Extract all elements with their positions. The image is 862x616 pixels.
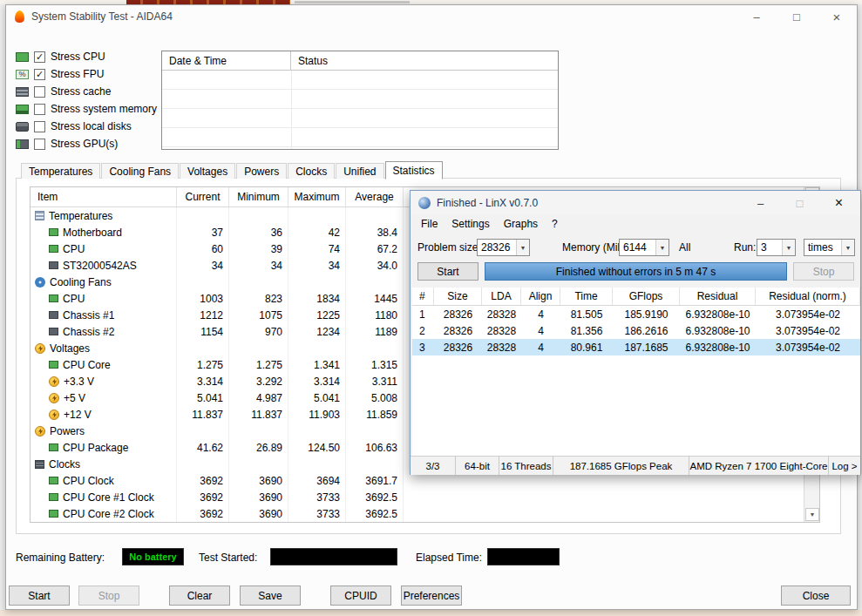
stress-gpu-checkbox[interactable] [34,139,45,150]
test-started-label: Test Started: [199,552,257,564]
voltage-icon [49,376,59,387]
col-date-time[interactable]: Date & Time [162,51,291,70]
cell: 81.505 [560,306,613,322]
tab-voltages[interactable]: Voltages [180,163,235,179]
cell: 4.987 [229,389,288,406]
stress-memory-checkbox[interactable] [34,104,45,115]
cell [346,423,404,439]
tab-powers[interactable]: Powers [236,163,287,179]
col-align[interactable]: Align [521,288,560,305]
col-index[interactable]: # [412,288,434,305]
tab-cooling-fans[interactable]: Cooling Fans [101,163,179,179]
cell: 74 [288,240,346,257]
stress-cpu-label: Stress CPU [51,51,105,63]
chip-icon [49,443,58,451]
status-gflops-peak: 187.1685 GFlops Peak [553,457,689,475]
col-minimum[interactable]: Minimum [229,187,288,206]
status-threads: 16 Threads [499,457,553,475]
chip-icon [49,510,58,518]
stress-options: ✓ Stress CPU % ✓ Stress FPU Stress cache… [16,48,157,152]
chip-icon [49,245,58,253]
tab-statistics[interactable]: Statistics [385,161,443,179]
chevron-down-icon: ▼ [516,240,529,255]
cell: 6.932808e-10 [680,322,756,339]
close-dialog-button[interactable]: Close [781,586,851,606]
linx-minimize-button[interactable]: – [741,191,780,215]
clear-button[interactable]: Clear [169,586,230,606]
col-item[interactable]: Item [31,187,177,206]
col-time[interactable]: Time [560,288,613,305]
cell: 34.0 [346,257,404,274]
col-current[interactable]: Current [177,187,229,206]
problem-size-select[interactable]: 28326 ▼ [477,239,530,256]
cell: 1234 [288,323,346,340]
cell: 11.837 [177,406,229,423]
col-status[interactable]: Status [291,51,558,70]
result-row-selected[interactable]: 3 28326 28328 4 80.961 187.1685 6.932808… [412,339,860,355]
background-text-fragment [295,1,410,3]
stats-row[interactable]: CPU Core #1 Clock 3692369037333692.5 [31,489,819,505]
menu-file[interactable]: File [414,215,445,233]
close-button[interactable]: × [817,5,857,28]
col-maximum[interactable]: Maximum [288,187,346,206]
cell: 38.4 [346,224,404,240]
cell [177,340,229,356]
stress-cpu-checkbox[interactable]: ✓ [34,51,45,63]
memory-value: 6144 [620,240,655,255]
col-residual[interactable]: Residual [680,288,756,305]
maximize-button[interactable]: □ [777,5,817,28]
cell: 11.837 [229,406,288,423]
aida64-titlebar[interactable]: System Stability Test - AIDA64 – □ × [6,5,857,28]
clock-group-icon [35,460,44,469]
run-count-select[interactable]: 3 ▼ [757,239,796,256]
start-button[interactable]: Start [9,586,70,606]
stress-disks-checkbox[interactable] [34,121,45,132]
cell: 4 [521,339,560,355]
linx-titlebar[interactable]: Finished - LinX v0.7.0 – □ × [411,191,860,215]
run-unit-select[interactable]: times ▼ [804,239,855,256]
linx-results-table[interactable]: # Size LDA Align Time GFlops Residual Re… [412,288,860,456]
col-residual-norm[interactable]: Residual (norm.) [756,288,860,305]
menu-graphs[interactable]: Graphs [497,215,545,233]
menu-help[interactable]: ? [545,215,565,233]
scroll-down-button[interactable]: ▼ [805,508,819,521]
cell: 42 [288,224,346,240]
log-button[interactable]: Log > [829,457,860,475]
cell [404,505,819,522]
minimize-button[interactable]: – [736,5,777,28]
memory-module-icon [16,105,29,114]
voltage-group-icon [35,343,45,354]
col-gflops[interactable]: GFlops [613,288,680,305]
col-average[interactable]: Average [346,187,404,206]
column-divider [291,71,292,149]
tab-unified[interactable]: Unified [336,163,383,179]
row-label: CPU Core #2 Clock [63,508,154,520]
cell: 11.903 [288,406,346,423]
cpuid-button[interactable]: CPUID [330,586,391,606]
memory-select[interactable]: 6144 ▼ [619,239,669,256]
preferences-button[interactable]: Preferences [401,586,462,606]
stop-button[interactable]: Stop [78,586,139,606]
cell: 26.89 [229,439,288,456]
stats-row[interactable]: CPU Core #2 Clock 3692369037333692.5 [31,505,819,522]
tab-temperatures[interactable]: Temperatures [21,163,100,179]
chip-icon [49,493,58,501]
cell: 3690 [229,505,288,522]
linx-maximize-button[interactable]: □ [780,191,819,215]
linx-start-button[interactable]: Start [417,262,479,281]
col-size[interactable]: Size [434,288,482,305]
elapsed-time-display [487,548,560,565]
col-lda[interactable]: LDA [482,288,521,305]
result-row[interactable]: 2 28326 28328 4 81.356 186.2616 6.932808… [412,322,860,339]
stress-cache-checkbox[interactable] [34,86,45,98]
menu-settings[interactable]: Settings [445,215,496,233]
save-button[interactable]: Save [240,586,301,606]
linx-stop-button[interactable]: Stop [793,262,854,281]
linx-close-button[interactable]: × [819,191,859,215]
tab-clocks[interactable]: Clocks [288,163,335,179]
event-log-list[interactable]: Date & Time Status [161,51,559,150]
result-row[interactable]: 1 28326 28328 4 81.505 185.9190 6.932808… [412,306,860,322]
stress-disks-label: Stress local disks [51,120,132,132]
cell [346,207,404,224]
stress-fpu-checkbox[interactable]: ✓ [34,69,45,80]
